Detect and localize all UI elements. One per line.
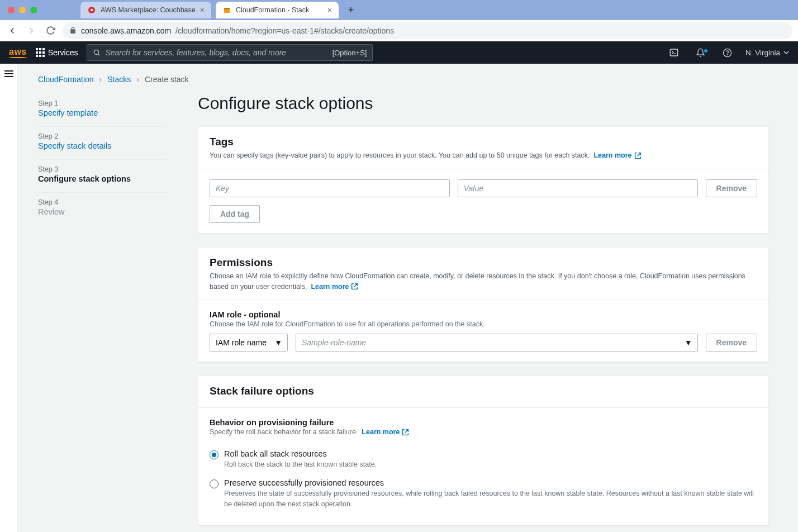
radio-label: Roll back all stack resources [224, 449, 377, 458]
minimize-window-button[interactable] [19, 7, 26, 13]
radio-button-icon [210, 450, 218, 459]
panel-title: Permissions [210, 256, 757, 269]
svg-rect-3 [224, 8, 230, 10]
services-label: Services [48, 48, 78, 57]
radio-preserve-resources[interactable]: Preserve successfully provisioned resour… [210, 475, 757, 514]
wizard-step[interactable]: Step 1 Specify template [38, 94, 167, 127]
breadcrumb: CloudFormation › Stacks › Create stack [38, 75, 769, 84]
external-link-icon [634, 152, 642, 159]
collapsed-sidebar [0, 64, 18, 532]
close-tab-icon[interactable]: × [200, 6, 205, 15]
remove-tag-button[interactable]: Remove [706, 179, 757, 197]
iam-role-label: IAM role - optional [210, 310, 757, 319]
learn-more-link[interactable]: Learn more [311, 282, 358, 292]
region-label: N. Virginia [745, 49, 780, 57]
lock-icon [69, 27, 77, 34]
browser-titlebar: AWS Marketplace: Couchbase × CloudFormat… [0, 0, 798, 20]
services-menu[interactable]: Services [36, 48, 78, 57]
remove-role-button[interactable]: Remove [706, 334, 757, 352]
search-shortcut: [Option+S] [332, 49, 367, 57]
reload-button[interactable] [44, 24, 57, 37]
forward-button[interactable] [25, 24, 38, 37]
svg-point-6 [724, 49, 732, 56]
browser-toolbar: console.aws.amazon.com/cloudformation/ho… [0, 20, 798, 41]
step-name: Specify template [38, 108, 167, 117]
radio-label: Preserve successfully provisioned resour… [224, 478, 757, 487]
iam-role-hint: Choose the IAM role for CloudFormation t… [210, 320, 757, 328]
window-controls [8, 7, 37, 13]
browser-tab-active[interactable]: CloudFormation - Stack × [216, 2, 339, 18]
close-tab-icon[interactable]: × [327, 6, 332, 15]
chevron-down-icon [783, 50, 789, 55]
svg-point-4 [94, 50, 99, 54]
back-button[interactable] [6, 24, 19, 37]
panel-description: Choose an IAM role to explicitly define … [210, 272, 745, 291]
svg-point-1 [91, 9, 93, 11]
favicon-icon [222, 6, 231, 15]
step-name: Configure stack options [38, 174, 167, 183]
step-number: Step 2 [38, 132, 167, 140]
step-number: Step 1 [38, 99, 167, 107]
cloudshell-icon[interactable] [665, 48, 683, 58]
wizard-step: Step 4 Review [38, 193, 167, 225]
tag-value-input[interactable] [458, 179, 698, 197]
help-icon[interactable] [719, 48, 737, 58]
browser-tab-inactive[interactable]: AWS Marketplace: Couchbase × [80, 2, 211, 18]
learn-more-link[interactable]: Learn more [593, 150, 641, 161]
notifications-icon[interactable] [692, 48, 710, 58]
behavior-hint: Specify the roll back behavior for a sta… [210, 428, 358, 436]
new-tab-button[interactable]: + [343, 2, 359, 18]
breadcrumb-current: Create stack [145, 75, 189, 84]
tab-title: CloudFormation - Stack [236, 6, 309, 14]
tab-title: AWS Marketplace: Couchbase [101, 6, 196, 14]
stack-failure-panel: Stack failure options Behavior on provis… [198, 376, 769, 525]
select-value[interactable] [210, 334, 288, 352]
maximize-window-button[interactable] [30, 7, 37, 13]
iam-role-input[interactable] [296, 334, 698, 352]
url-path: /cloudformation/home?region=us-east-1#/s… [175, 26, 394, 35]
tag-key-input[interactable] [210, 179, 450, 197]
aws-global-nav: aws Services Search for services, featur… [0, 41, 798, 64]
global-search[interactable]: Search for services, features, blogs, do… [87, 44, 373, 61]
add-tag-button[interactable]: Add tag [210, 205, 260, 223]
iam-role-type-select[interactable]: ▼ [210, 334, 288, 352]
aws-logo[interactable]: aws [9, 47, 27, 58]
close-window-button[interactable] [8, 7, 15, 13]
region-selector[interactable]: N. Virginia [745, 49, 789, 57]
permissions-panel: Permissions Choose an IAM role to explic… [198, 247, 769, 363]
step-number: Step 4 [38, 198, 167, 206]
panel-description: You can specify tags (key-value pairs) t… [210, 151, 590, 159]
notification-dot-icon [704, 49, 707, 53]
iam-role-select[interactable]: ▼ [296, 334, 698, 352]
expand-sidebar-button[interactable] [4, 70, 13, 77]
external-link-icon [402, 429, 409, 436]
breadcrumb-link[interactable]: Stacks [107, 75, 131, 84]
behavior-label: Behavior on provisioning failure [210, 418, 757, 427]
panel-title: Stack failure options [210, 385, 757, 397]
wizard-step[interactable]: Step 2 Specify stack details [38, 127, 167, 160]
step-name: Review [38, 207, 167, 216]
favicon-icon [87, 6, 96, 15]
url-domain: console.aws.amazon.com [81, 26, 171, 35]
address-bar[interactable]: console.aws.amazon.com/cloudformation/ho… [63, 22, 792, 39]
external-link-icon [351, 283, 358, 290]
chevron-right-icon: › [136, 75, 139, 84]
chevron-right-icon: › [99, 75, 102, 84]
grid-icon [36, 48, 45, 57]
search-placeholder: Search for services, features, blogs, do… [105, 48, 286, 57]
page-title: Configure stack options [198, 94, 769, 113]
radio-button-icon [210, 479, 218, 488]
tags-panel: Tags You can specify tags (key-value pai… [198, 126, 769, 234]
panel-title: Tags [210, 136, 757, 148]
wizard-steps: Step 1 Specify template Step 2 Specify s… [38, 94, 167, 532]
radio-rollback-all[interactable]: Roll back all stack resources Roll back … [210, 446, 757, 475]
radio-description: Roll back the stack to the last known st… [224, 459, 377, 469]
learn-more-link[interactable]: Learn more [362, 428, 409, 436]
step-number: Step 3 [38, 165, 167, 173]
svg-point-7 [728, 54, 728, 55]
breadcrumb-link[interactable]: CloudFormation [38, 75, 94, 84]
search-icon [93, 49, 101, 56]
radio-description: Preserves the state of successfully prov… [224, 488, 757, 509]
step-name: Specify stack details [38, 141, 167, 150]
wizard-step: Step 3 Configure stack options [38, 160, 167, 193]
